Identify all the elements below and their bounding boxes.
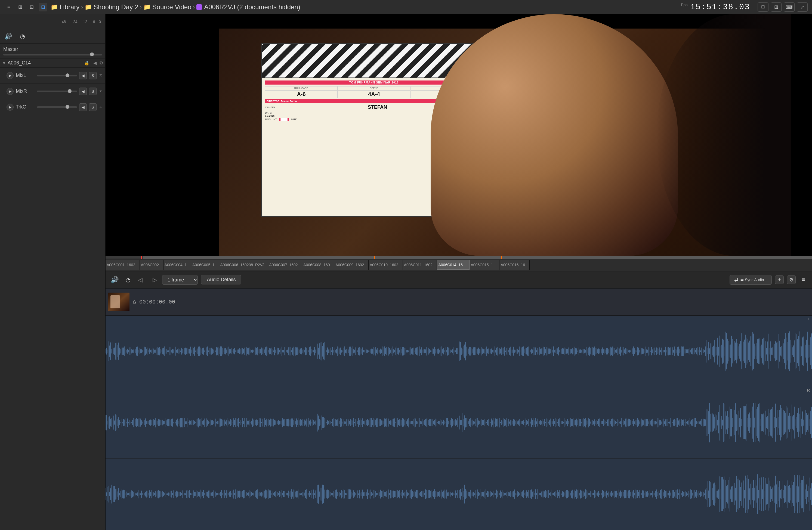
timeline-progress-bar[interactable] xyxy=(105,256,812,259)
breadcrumb-library[interactable]: 📁 Library xyxy=(50,3,79,11)
folder-icon-3: 📁 xyxy=(143,3,151,11)
breadcrumb-source-video-label: Source Video xyxy=(152,3,191,11)
add-track-btn[interactable]: + xyxy=(775,276,784,284)
master-track: Master xyxy=(0,44,105,58)
timecode-value: 15:51:38.03 xyxy=(690,2,750,12)
vu-label-12: -12 xyxy=(82,19,87,24)
breadcrumb: 📁 Library › 📁 Shooting Day 2 › 📁 Source … xyxy=(50,3,677,11)
master-fader-knob[interactable] xyxy=(90,53,94,56)
clap-scene-value: 4A-4 xyxy=(338,90,410,98)
track-mixl-fader[interactable] xyxy=(37,75,77,76)
audio-clock-icon-btn[interactable]: ◔ xyxy=(123,275,133,285)
timeline-viewed-range xyxy=(143,256,812,259)
track-mixl-solo-btn[interactable]: S xyxy=(89,72,97,79)
vu-label-0: 0 xyxy=(99,19,101,24)
timeline-strip[interactable]: A006C001_1602... A006C002... A006C004_1.… xyxy=(105,256,812,271)
timeline-clips[interactable]: A006C001_1602... A006C002... A006C004_1.… xyxy=(105,259,812,271)
track-trkc-mute-btn[interactable]: ◀ xyxy=(79,103,87,111)
clip-5[interactable]: A006C007_1602... xyxy=(268,260,302,270)
settings-btn[interactable]: ⚙ xyxy=(787,276,796,284)
timecode-display: fps15:51:38.03 xyxy=(681,2,750,12)
track-mixr-mute-btn[interactable]: ◀ xyxy=(79,88,87,95)
group-chevron: ▼ xyxy=(2,61,6,65)
track-mixr-knob[interactable] xyxy=(68,89,72,93)
grid-view-btn[interactable]: ⊞ xyxy=(16,3,25,11)
breadcrumb-current-event[interactable]: A006R2VJ (2 documents hidden) xyxy=(197,3,300,11)
clip-6[interactable]: A006C008_160... xyxy=(302,260,334,270)
track-mixl-name: MixL xyxy=(16,73,35,78)
audio-output-btn[interactable]: 🔊 xyxy=(3,31,13,41)
track-mixr-r-label: R xyxy=(99,90,103,92)
video-preview: TOM FUHRMANN SEMINAR 2016 ROLL/CARD SCEN… xyxy=(105,14,812,256)
clap-scene-label: SCENE xyxy=(338,86,410,90)
clip-thumbnail xyxy=(108,293,130,311)
black-bar-left xyxy=(105,14,219,256)
sync-audio-btn[interactable]: ⇄ ⇄ Sync Audio... xyxy=(729,275,772,285)
track-trkc-knob[interactable] xyxy=(66,105,69,109)
black-bar-right xyxy=(791,14,812,256)
track-mixl-mute-btn[interactable]: ◀ xyxy=(79,72,87,79)
track-trkc-play-btn[interactable]: ▶ xyxy=(6,104,14,111)
panel-view-btn[interactable]: ⊟ xyxy=(39,3,47,11)
person-face-area xyxy=(431,14,678,256)
master-label: Master xyxy=(3,46,102,52)
track-mixr-fader[interactable] xyxy=(37,91,77,92)
clip-8[interactable]: A006C010_1602... xyxy=(368,260,403,270)
clip-9[interactable]: A006C011_1602... xyxy=(403,260,437,270)
fullscreen-btn[interactable]: ⤢ xyxy=(797,2,808,12)
keyboard-btn[interactable]: ⌨ xyxy=(784,2,795,12)
clip-4[interactable]: A006C006_160208_R2VJ xyxy=(219,260,268,270)
frame-select[interactable]: 1 frame 5 frames 10 frames xyxy=(162,275,198,285)
svg-rect-1 xyxy=(111,295,120,308)
breadcrumb-sep-2: › xyxy=(140,4,142,10)
breadcrumb-event-label: A006R2VJ (2 documents hidden) xyxy=(204,3,300,11)
audio-details-btn[interactable]: Audio Details xyxy=(201,275,241,284)
main-area: -48 -24 -12 -6 0 🔊 ◔ Master ▼ A006_C14 xyxy=(0,14,812,530)
waveform-area: Δ 00:00:00.00 L R xyxy=(105,289,812,530)
group-name: A006_C14 xyxy=(8,60,31,66)
track-group-a006-c14[interactable]: ▼ A006_C14 🔒 ◀ ⚙ xyxy=(0,58,105,68)
waveform-track-trkc xyxy=(105,458,812,530)
filmstrip-view-btn[interactable]: ⊡ xyxy=(27,3,36,11)
clip-11[interactable]: A006C015_1... xyxy=(469,260,499,270)
folder-icon-2: 📁 xyxy=(85,3,92,11)
clap-roll-value: A-6 xyxy=(265,90,337,98)
master-fader[interactable] xyxy=(3,54,102,56)
clip-10[interactable]: A006C014_16... xyxy=(437,260,469,270)
clip-12[interactable]: A006C016_16... xyxy=(499,260,530,270)
audio-timing-btn[interactable]: ◔ xyxy=(17,31,27,41)
audio-speaker-icon-btn[interactable]: 🔊 xyxy=(110,275,120,285)
right-silhouette xyxy=(657,14,812,256)
clip-0[interactable]: A006C001_1602... xyxy=(105,260,140,270)
breadcrumb-source-video[interactable]: 📁 Source Video xyxy=(143,3,191,11)
track-trkc-solo-btn[interactable]: S xyxy=(89,103,97,111)
waveform-canvas-2 xyxy=(105,387,812,458)
clip-1[interactable]: A006C002... xyxy=(140,260,163,270)
track-mixr-play-btn[interactable]: ▶ xyxy=(6,88,14,95)
waveform-timecode: Δ 00:00:00.00 xyxy=(133,299,175,305)
track-mixr-solo-btn[interactable]: S xyxy=(89,88,97,95)
clip-3[interactable]: A006C005_1... xyxy=(191,260,219,270)
track-mixl-play-btn[interactable]: ▶ xyxy=(6,72,14,79)
trim-forward-btn[interactable]: |▷ xyxy=(149,276,159,284)
breadcrumb-library-label: Library xyxy=(60,3,79,11)
trim-back-btn[interactable]: ◁| xyxy=(136,276,146,284)
list-view-btn[interactable]: ≡ xyxy=(4,3,13,11)
sync-audio-label: ⇄ Sync Audio... xyxy=(740,278,767,282)
track-trkc-r-label: R xyxy=(99,105,103,108)
group-mute-btn[interactable]: ◀ xyxy=(93,60,97,65)
options-menu-btn[interactable]: ≡ xyxy=(799,276,808,284)
clip-2[interactable]: A006C004_1... xyxy=(163,260,191,270)
track-trkc-name: TrkC xyxy=(16,104,35,110)
master-fader-track[interactable] xyxy=(3,54,102,56)
track-r-label: R xyxy=(807,388,810,393)
clip-7[interactable]: A006C009_1602... xyxy=(334,260,368,270)
breadcrumb-shooting-day[interactable]: 📁 Shooting Day 2 xyxy=(85,3,138,11)
split-btn[interactable]: ⊞ xyxy=(771,2,782,12)
window-btn[interactable]: □ xyxy=(758,2,768,12)
track-mixl-knob[interactable] xyxy=(66,73,69,77)
track-trkc-fader[interactable] xyxy=(37,106,77,108)
waveform-tracks: L R xyxy=(105,316,812,530)
track-mixr-name: MixR xyxy=(16,88,35,94)
track-mixl: ▶ MixL ◀ S R xyxy=(0,68,105,84)
